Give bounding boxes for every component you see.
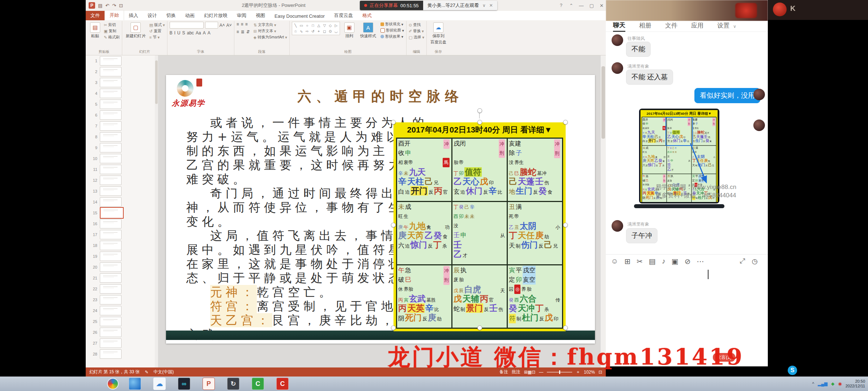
chat-tool-icon-3[interactable]: ▤ — [649, 257, 656, 266]
slide-thumbnail-22[interactable]: 22 — [86, 283, 158, 294]
shape-outline-button[interactable]: 形状轮廓▾ — [380, 28, 404, 33]
layout-button[interactable]: ▤版式▾ — [149, 22, 165, 28]
slide-thumbnail-21[interactable]: 21 — [86, 273, 158, 283]
slide-thumbnail-11[interactable]: 11 — [86, 164, 158, 175]
avatar-self[interactable] — [753, 89, 765, 100]
taskbar-camtasia-icon[interactable]: C — [252, 378, 264, 390]
close-icon[interactable]: ✕ — [600, 3, 604, 8]
thumbnail-preview[interactable] — [100, 328, 122, 337]
thumbnail-preview[interactable] — [100, 306, 122, 315]
shape-2[interactable]: ○ — [305, 23, 310, 28]
chat-tab-设置[interactable]: 设置 — [717, 21, 729, 31]
selection-handle[interactable] — [391, 325, 396, 330]
ribbon-tab-审阅[interactable]: 审阅 — [232, 11, 251, 20]
thumbnail-preview[interactable] — [100, 197, 122, 207]
format-painter-button[interactable]: ✎格式刷 — [104, 35, 120, 40]
save-icon[interactable]: ▤ — [98, 3, 102, 8]
slide-title[interactable]: 六、遁甲的时空脉络 — [166, 87, 595, 106]
thumbnail-preview[interactable] — [100, 349, 122, 359]
slide-thumbnail-9[interactable]: 9 — [86, 142, 158, 153]
slide-thumbnail-26[interactable]: 26 — [86, 327, 158, 338]
thumbnail-preview[interactable] — [100, 110, 122, 120]
selection-handle[interactable] — [391, 223, 396, 227]
shape-3[interactable]: □ — [310, 23, 316, 28]
reset-button[interactable]: ↺重置 — [149, 29, 165, 34]
thumbnail-preview[interactable] — [100, 207, 124, 219]
font-button-5[interactable]: Aa — [196, 30, 201, 35]
shape-effects-button[interactable]: 形状效果▾ — [380, 34, 404, 39]
thumbnail-preview[interactable] — [100, 132, 122, 142]
start-button[interactable] — [107, 378, 119, 390]
slide-thumbnail-2[interactable]: 2 — [86, 66, 158, 77]
slide-thumbnail-19[interactable]: 19 — [86, 251, 158, 262]
selection-handle[interactable] — [477, 120, 482, 125]
thumbnail-preview[interactable] — [100, 154, 122, 163]
grow-font-icon[interactable]: A˄ — [220, 23, 225, 28]
slide-body-text[interactable]: 或者说，一件事情主要分为人的努力+运气。运气就是人为难以控制的东西，如果运气影响… — [186, 115, 428, 341]
font-button-0[interactable]: B — [170, 30, 173, 35]
slide-thumbnail-15[interactable]: 15 — [86, 207, 158, 218]
font-button-2[interactable]: U — [177, 30, 180, 35]
tray-shield-icon[interactable]: ◆ — [831, 381, 834, 386]
shape-4[interactable]: △ — [316, 23, 322, 28]
slide-thumbnail-12[interactable]: 12 — [86, 175, 158, 186]
font-size-box[interactable] — [205, 22, 218, 29]
shape-fill-button[interactable]: 形状填充▾ — [380, 22, 404, 27]
chart-date-header[interactable]: 2017年04月02日13时40分 周日 看详细▼ — [396, 122, 563, 138]
thumbnail-preview[interactable] — [100, 295, 122, 304]
save-to-cloud-button[interactable]: ☁ 保存到 百度云盘 — [429, 22, 448, 46]
thumbnail-preview[interactable] — [100, 89, 122, 98]
shape-14[interactable]: ⊙ — [328, 29, 333, 34]
font-button-1[interactable]: I — [174, 30, 175, 35]
slide-thumbnail-28[interactable]: 28 — [86, 349, 158, 360]
chat-tab-相册[interactable]: 相册 — [639, 21, 651, 31]
taskbar-powerpoint-icon[interactable]: P — [203, 378, 215, 390]
slide-thumbnail-7[interactable]: 7 — [86, 121, 158, 131]
language-status[interactable]: 中文(中国) — [153, 369, 174, 375]
thumbnail-preview[interactable] — [100, 165, 122, 174]
chat-tab-应用[interactable]: 应用 — [691, 21, 703, 31]
thumbnail-preview[interactable] — [100, 78, 122, 87]
canvas-scrollbar[interactable] — [600, 55, 606, 367]
selection-handle[interactable] — [391, 120, 396, 125]
chat-tool-icon-0[interactable]: ☺ — [611, 257, 618, 266]
thumbnail-preview[interactable] — [100, 143, 122, 152]
align-text-button[interactable]: ⊟对齐文本▾ — [254, 29, 287, 34]
copy-button[interactable]: ▣复制 — [104, 29, 120, 34]
ribbon-tab-文件[interactable]: 文件 — [86, 11, 105, 20]
para-button-2[interactable]: ≡ — [245, 22, 248, 27]
settings-caret-icon[interactable]: ∨ — [733, 24, 736, 29]
shape-13[interactable]: ◻ — [322, 29, 327, 34]
shape-8[interactable]: ☆ — [293, 29, 298, 34]
help-icon[interactable]: ？ — [559, 2, 563, 9]
slide-thumbnail-27[interactable]: 27 — [86, 338, 158, 349]
font-name-box[interactable] — [170, 22, 204, 29]
font-button-7[interactable]: A — [208, 30, 210, 35]
thumbnail-preview[interactable] — [100, 230, 122, 239]
slide-thumbnail-6[interactable]: 6 — [86, 110, 158, 121]
ribbon-tab-百度云盘[interactable]: 百度云盘 — [329, 11, 358, 20]
share-dropdown-icon[interactable]: ∨ — [482, 3, 486, 8]
shape-5[interactable]: ▽ — [322, 23, 327, 28]
shape-15[interactable]: ◡ — [333, 29, 339, 34]
slide-thumbnail-14[interactable]: 14 — [86, 197, 158, 207]
thumbnail-preview[interactable] — [100, 176, 122, 185]
slide-thumbnail-5[interactable]: 5 — [86, 99, 158, 110]
replace-button[interactable]: ✐替换▾ — [409, 29, 424, 34]
thumbnail-preview[interactable] — [100, 284, 122, 294]
thumbnail-preview[interactable] — [100, 273, 122, 283]
shape-11[interactable]: ↺ — [310, 29, 316, 34]
thumbnail-preview[interactable] — [100, 186, 122, 196]
redo-icon[interactable]: ↷ — [112, 3, 116, 8]
taskbar-clock[interactable]: 20:50 2022/12/11 — [846, 379, 865, 388]
slide-thumbnail-4[interactable]: 4 — [86, 88, 158, 99]
slide-thumbnail-23[interactable]: 23 — [86, 294, 158, 305]
taskbar-qimen-app-icon[interactable]: ∞ — [178, 378, 190, 390]
avatar[interactable] — [612, 220, 623, 232]
ribbon-display-icon[interactable]: ⌃ — [569, 3, 573, 8]
text-direction-button[interactable]: ⇅文字方向▾ — [254, 22, 287, 28]
thumbnail-preview[interactable] — [100, 262, 122, 272]
thumbnail-scrollbar[interactable] — [155, 55, 158, 367]
new-slide-button[interactable]: ▢ 新建幻灯片 — [124, 22, 147, 39]
font-button-4[interactable]: abc — [187, 30, 194, 35]
